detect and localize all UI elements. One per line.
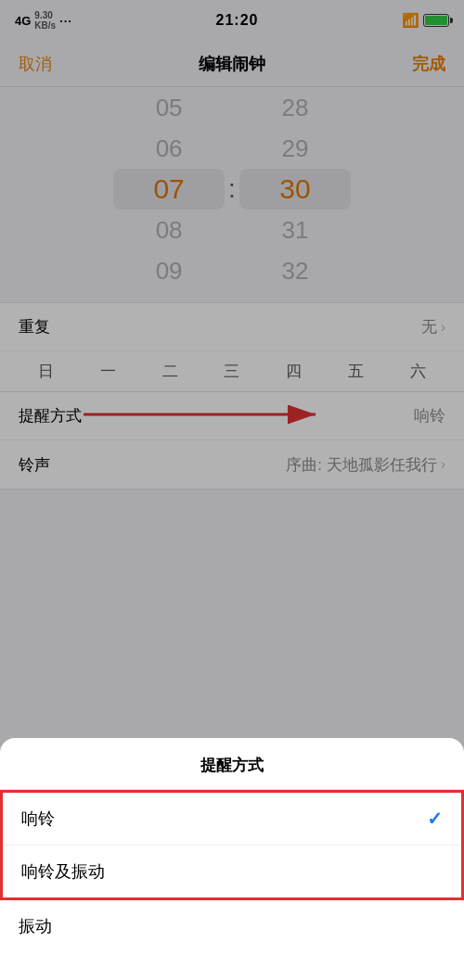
modal-title: 提醒方式: [200, 757, 264, 774]
modal-overlay[interactable]: 提醒方式 响铃 ✓ 响铃及振动 振动: [0, 0, 464, 980]
option-ringtone-vibrate-label: 响铃及振动: [21, 860, 105, 883]
checkmark-icon: ✓: [427, 808, 443, 830]
option-vibrate[interactable]: 振动: [0, 900, 464, 952]
option-ringtone-vibrate[interactable]: 响铃及振动: [3, 846, 461, 897]
modal-safe-area: [0, 952, 464, 980]
option-vibrate-label: 振动: [19, 915, 52, 937]
highlighted-options-group: 响铃 ✓ 响铃及振动: [0, 790, 464, 900]
modal-content: 提醒方式 响铃 ✓ 响铃及振动 振动: [0, 738, 464, 980]
modal-title-bar: 提醒方式: [0, 738, 464, 790]
option-ringtone[interactable]: 响铃 ✓: [3, 793, 461, 846]
option-ringtone-label: 响铃: [21, 808, 55, 830]
